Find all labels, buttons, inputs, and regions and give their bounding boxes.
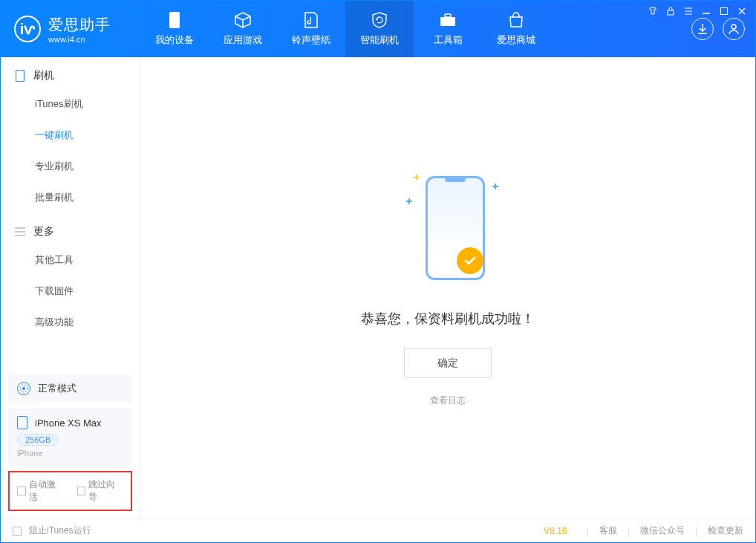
user-icon[interactable] — [723, 18, 745, 40]
check-badge-icon — [457, 247, 483, 274]
tshirt-icon[interactable] — [648, 6, 658, 16]
svg-rect-2 — [169, 12, 180, 28]
sidebar-section-more: 更多 — [1, 213, 140, 244]
sidebar: 刷机 iTunes刷机 一键刷机 专业刷机 批量刷机 更多 其他工具 下载固件 … — [1, 57, 140, 518]
tab-toolbox[interactable]: 工具箱 — [414, 1, 482, 57]
svg-rect-0 — [668, 10, 674, 15]
sidebar-item-oneclick-flash[interactable]: 一键刷机 — [1, 120, 140, 151]
minimize-icon[interactable] — [701, 6, 711, 16]
logo-icon: iⱱ — [14, 16, 41, 42]
maximize-icon[interactable] — [719, 6, 729, 16]
checkbox-icon — [13, 527, 22, 536]
sparkle-icon — [414, 175, 420, 181]
device-icon — [14, 70, 26, 82]
tab-device[interactable]: 我的设备 — [140, 1, 209, 57]
sidebar-item-download-firmware[interactable]: 下载固件 — [1, 276, 140, 307]
tab-flash[interactable]: 智能刷机 — [345, 1, 414, 57]
window-controls — [648, 6, 747, 16]
link-wechat[interactable]: 微信公众号 — [640, 524, 685, 537]
body: 刷机 iTunes刷机 一键刷机 专业刷机 批量刷机 更多 其他工具 下载固件 … — [1, 57, 755, 518]
header-right — [684, 18, 755, 40]
app-name: 爱思助手 — [48, 15, 111, 35]
lock-icon[interactable] — [665, 6, 676, 16]
link-check-update[interactable]: 检查更新 — [708, 524, 743, 537]
success-message: 恭喜您，保资料刷机成功啦！ — [361, 310, 535, 328]
list-icon — [14, 226, 26, 238]
svg-rect-4 — [445, 14, 451, 17]
svg-rect-3 — [440, 17, 455, 26]
link-support[interactable]: 客服 — [599, 524, 617, 537]
download-icon[interactable] — [691, 18, 714, 40]
menu-icon[interactable] — [683, 6, 694, 16]
svg-rect-6 — [16, 71, 25, 82]
mode-label: 正常模式 — [38, 382, 76, 395]
sidebar-item-other-tools[interactable]: 其他工具 — [1, 244, 140, 276]
device-storage: 256GB — [17, 434, 59, 446]
view-log-link[interactable]: 查看日志 — [361, 394, 535, 407]
checkbox-auto-activate[interactable]: 自动激活 — [17, 478, 64, 504]
device-phone-icon — [17, 416, 27, 429]
ok-button[interactable]: 确定 — [404, 348, 492, 378]
mode-card[interactable]: 正常模式 — [8, 374, 132, 403]
header: iⱱ 爱思助手 www.i4.cn 我的设备 应用游戏 铃声壁纸 智能刷机 — [1, 1, 755, 57]
top-tabs: 我的设备 应用游戏 铃声壁纸 智能刷机 工具箱 爱思商城 — [140, 1, 550, 57]
checkbox-skip-guide[interactable]: 跳过向导 — [77, 478, 124, 504]
app-url: www.i4.cn — [48, 35, 111, 44]
toolbox-icon — [439, 11, 457, 29]
success-block: 恭喜您，保资料刷机成功啦！ 确定 查看日志 — [361, 169, 535, 407]
device-name: iPhone XS Max — [35, 417, 102, 429]
checkbox-icon — [17, 487, 26, 495]
music-file-icon — [302, 11, 320, 29]
tab-store[interactable]: 爱思商城 — [482, 1, 550, 57]
sidebar-item-advanced[interactable]: 高级功能 — [1, 307, 140, 338]
checkbox-icon — [77, 487, 86, 495]
close-icon[interactable] — [737, 6, 747, 16]
tab-ringtone[interactable]: 铃声壁纸 — [277, 1, 345, 57]
main-content: 恭喜您，保资料刷机成功啦！ 确定 查看日志 — [140, 57, 755, 518]
mode-icon — [17, 382, 30, 395]
svg-rect-1 — [721, 8, 728, 15]
refresh-shield-icon — [371, 11, 388, 29]
sidebar-item-itunes-flash[interactable]: iTunes刷机 — [1, 88, 140, 120]
status-right: V8.16 | 客服 | 微信公众号 | 检查更新 — [544, 524, 743, 537]
bag-icon — [507, 11, 525, 29]
checkbox-block-itunes[interactable]: 阻止iTunes运行 — [13, 524, 91, 537]
status-bar: 阻止iTunes运行 V8.16 | 客服 | 微信公众号 | 检查更新 — [1, 518, 755, 542]
phone-icon — [166, 11, 183, 29]
sparkle-icon — [406, 198, 412, 204]
app-window: iⱱ 爱思助手 www.i4.cn 我的设备 应用游戏 铃声壁纸 智能刷机 — [0, 0, 756, 543]
svg-point-7 — [22, 387, 25, 390]
device-type: iPhone — [17, 449, 123, 458]
cube-icon — [234, 11, 252, 29]
tab-apps[interactable]: 应用游戏 — [209, 1, 277, 57]
sidebar-item-pro-flash[interactable]: 专业刷机 — [1, 151, 140, 182]
logo[interactable]: iⱱ 爱思助手 www.i4.cn — [1, 15, 140, 44]
sidebar-item-batch-flash[interactable]: 批量刷机 — [1, 182, 140, 213]
success-illustration — [403, 169, 492, 287]
svg-point-5 — [731, 25, 736, 29]
sidebar-bottom: 正常模式 iPhone XS Max 256GB iPhone 自动激活 — [1, 368, 140, 518]
sidebar-section-flash: 刷机 — [1, 57, 140, 88]
sparkle-icon — [492, 183, 498, 189]
device-card[interactable]: iPhone XS Max 256GB iPhone — [8, 409, 132, 465]
options-highlighted: 自动激活 跳过向导 — [8, 471, 132, 511]
version-label: V8.16 — [544, 526, 567, 536]
